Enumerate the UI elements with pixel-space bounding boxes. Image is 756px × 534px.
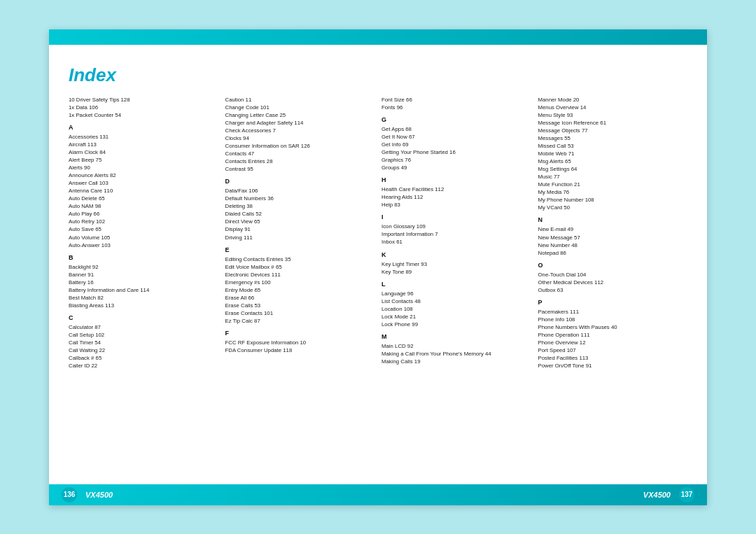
list-item: Groups 49 xyxy=(382,164,531,171)
section-header-A: A xyxy=(69,123,218,132)
section-header-O: O xyxy=(538,261,688,270)
bottom-right-group: VX4500 137 xyxy=(643,487,694,503)
list-item: Phone Numbers With Pauses 40 xyxy=(538,323,688,331)
list-item: Message Icon Reference 61 xyxy=(538,119,688,127)
list-item: Erase All 66 xyxy=(225,294,375,302)
list-item: Msg Alerts 65 xyxy=(538,157,688,165)
list-item: Announce Alerts 82 xyxy=(69,171,218,179)
list-item: 1x Packet Counter 54 xyxy=(69,111,218,119)
list-item: Calculator 87 xyxy=(69,323,218,331)
section-header-K: K xyxy=(382,251,531,260)
list-item: Erase Contacts 101 xyxy=(225,309,375,317)
list-item: Health Care Facilities 112 xyxy=(382,185,531,193)
list-item: Getting Your Phone Started 16 xyxy=(382,148,531,156)
list-item: Auto-Answer 103 xyxy=(69,241,218,249)
list-item: My Phone Number 108 xyxy=(538,196,688,204)
column-2: Font Size 66Fonts 96GGet Apps 68Get It N… xyxy=(382,96,538,474)
list-item: FCC RF Exposure Information 10 xyxy=(225,339,375,346)
list-item: Power On/Off Tone 91 xyxy=(538,362,688,370)
list-item: Banner 91 xyxy=(69,271,218,279)
list-item: New Number 48 xyxy=(538,241,688,249)
list-item: Display 91 xyxy=(225,225,375,233)
section-header-B: B xyxy=(69,253,218,262)
list-item: Auto Save 65 xyxy=(69,225,218,233)
list-item: Key Tone 89 xyxy=(382,268,531,276)
list-item: Auto Delete 65 xyxy=(69,195,218,202)
list-item: Battery Information and Care 114 xyxy=(69,286,218,294)
list-item: Key Light Timer 93 xyxy=(382,260,531,268)
list-item: Call Timer 54 xyxy=(69,339,218,346)
list-item: Port Speed 107 xyxy=(538,346,688,354)
list-item: Making a Call From Your Phone's Memory 4… xyxy=(382,350,531,358)
list-item: FDA Consumer Update 118 xyxy=(225,346,375,354)
list-item: Mute Function 21 xyxy=(538,181,688,188)
list-item: Answer Call 103 xyxy=(69,179,218,187)
list-item: Direct View 65 xyxy=(225,218,375,225)
list-item: Auto Retry 102 xyxy=(69,218,218,225)
list-item: Menus Overview 14 xyxy=(538,104,688,111)
bottom-bar: 136 VX4500 VX4500 137 xyxy=(49,484,707,505)
list-item: Auto NAM 98 xyxy=(69,202,218,210)
list-item: Inbox 61 xyxy=(382,238,531,246)
list-item: Get It Now 67 xyxy=(382,133,531,141)
list-item: Message Objects 77 xyxy=(538,127,688,134)
list-item: Auto Volume 105 xyxy=(69,234,218,241)
list-item: Clocks 94 xyxy=(225,134,375,142)
list-item: Ez Tip Calc 87 xyxy=(225,317,375,325)
section-header-N: N xyxy=(538,216,688,225)
list-item: Backlight 92 xyxy=(69,263,218,271)
content-area: Index 10 Driver Safety Tips 1281x Data 1… xyxy=(49,50,707,484)
list-item: Antenna Care 110 xyxy=(69,187,218,195)
list-item: Hearing Aids 112 xyxy=(382,193,531,201)
list-item: Phone Info 108 xyxy=(538,316,688,323)
section-header-G: G xyxy=(382,115,531,125)
page-number-right: 137 xyxy=(679,487,694,503)
list-item: My VCard 50 xyxy=(538,204,688,211)
list-item: Battery 16 xyxy=(69,279,218,286)
model-right: VX4500 xyxy=(643,491,671,499)
list-item: Callback # 65 xyxy=(69,354,218,362)
list-item: Default Numbers 36 xyxy=(225,195,375,202)
list-item: Fonts 96 xyxy=(382,104,531,111)
list-item: Alert Beep 75 xyxy=(69,156,218,164)
list-item: Outbox 63 xyxy=(538,286,688,294)
list-item: Auto Play 66 xyxy=(69,210,218,218)
section-header-D: D xyxy=(225,177,375,186)
list-item: Caution 11 xyxy=(225,96,375,104)
columns-wrapper: 10 Driver Safety Tips 1281x Data 1061x P… xyxy=(69,96,687,474)
list-item: Contacts 47 xyxy=(225,150,375,157)
list-item: Manner Mode 20 xyxy=(538,96,688,104)
list-item: List Contacts 48 xyxy=(382,297,531,305)
column-3: Manner Mode 20Menus Overview 14Menu Styl… xyxy=(538,96,688,474)
page-container: Index 10 Driver Safety Tips 1281x Data 1… xyxy=(49,29,707,505)
list-item: Messages 55 xyxy=(538,134,688,142)
list-item: Editing Contacts Entries 35 xyxy=(225,255,375,263)
list-item: One-Touch Dial 104 xyxy=(538,271,688,279)
list-item: Graphics 76 xyxy=(382,156,531,164)
list-item: Contrast 95 xyxy=(225,165,375,173)
list-item: Blasting Areas 113 xyxy=(69,302,218,309)
section-header-H: H xyxy=(382,176,531,185)
column-0: 10 Driver Safety Tips 1281x Data 1061x P… xyxy=(69,96,225,474)
list-item: Phone Overview 12 xyxy=(538,339,688,346)
section-header-I: I xyxy=(382,213,531,222)
list-item: Alarm Clock 84 xyxy=(69,148,218,156)
list-item: Get Info 69 xyxy=(382,141,531,148)
list-item: Aircraft 113 xyxy=(69,141,218,148)
list-item: Consumer Information on SAR 126 xyxy=(225,142,375,150)
list-item: Icon Glossary 109 xyxy=(382,223,531,230)
list-item: Contacts Entries 28 xyxy=(225,157,375,165)
intro-entries: 10 Driver Safety Tips 1281x Data 1061x P… xyxy=(69,96,218,119)
list-item: Accessories 131 xyxy=(69,133,218,141)
section-header-F: F xyxy=(225,329,375,338)
list-item: Font Size 66 xyxy=(382,96,531,104)
list-item: Call Waiting 22 xyxy=(69,346,218,354)
list-item: Dialed Calls 52 xyxy=(225,210,375,218)
list-item: Posted Facilities 113 xyxy=(538,354,688,362)
list-item: Edit Voice Mailbox # 65 xyxy=(225,263,375,271)
list-item: New Message 57 xyxy=(538,234,688,241)
list-item: Data/Fax 106 xyxy=(225,187,375,195)
top-bar xyxy=(49,29,707,45)
list-item: Missed Call 53 xyxy=(538,142,688,150)
list-item: Electronic Devices 111 xyxy=(225,271,375,279)
